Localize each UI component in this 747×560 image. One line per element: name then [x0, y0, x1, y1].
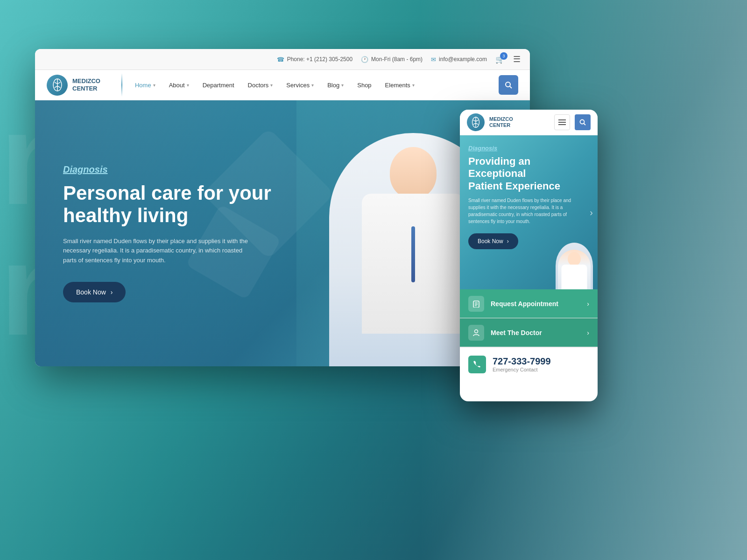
mobile-hamburger-button[interactable]: [554, 114, 570, 130]
logo-line2: CENTER: [72, 85, 100, 92]
email-label: info@example.com: [439, 56, 487, 63]
mobile-hero-nav-arrow[interactable]: ›: [590, 207, 593, 218]
mobile-hero-subtitle: Diagnosis: [468, 145, 589, 152]
nav-shop[interactable]: Shop: [352, 78, 377, 92]
mobile-doctor-avatar: [556, 243, 593, 289]
mobile-doctor-icon: [468, 325, 484, 341]
hero-subtitle: Diagnosis: [63, 164, 271, 175]
mobile-book-btn-label: Book Now: [478, 238, 503, 245]
logo-text: MEDIZCO CENTER: [72, 77, 100, 92]
mobile-logo-line2: CENTER: [489, 122, 513, 128]
mobile-request-label: Request Appointment: [491, 300, 580, 308]
desktop-window: ☎ Phone: +1 (212) 305-2500 🕐 Mon-Fri (8a…: [35, 49, 530, 366]
hero-title: Personal care for your healthy living: [63, 182, 271, 227]
logo-icon: [47, 75, 68, 96]
mobile-hero-title: Providing an Exceptional Patient Experie…: [468, 155, 589, 192]
mobile-hero-description: Small river named Duden flows by their p…: [468, 197, 589, 225]
search-button[interactable]: [499, 75, 518, 95]
svg-line-3: [510, 86, 512, 88]
emergency-phone-icon: [468, 356, 486, 373]
svg-point-15: [475, 329, 478, 333]
mobile-window: MEDIZCO CENTER Diagnosis Providing an Ex…: [460, 110, 598, 401]
email-icon: ✉: [431, 56, 436, 63]
hamburger-icon[interactable]: ☰: [513, 54, 521, 64]
emergency-label: Emergency Contact: [493, 367, 551, 372]
phone-icon: ☎: [277, 56, 284, 63]
nav-doctors-arrow: ▾: [270, 83, 273, 88]
nav-elements-arrow: ▾: [412, 83, 415, 88]
clock-icon: 🕐: [361, 56, 368, 63]
mobile-doctor-arrow: ›: [587, 329, 589, 336]
emergency-number: 727-333-7999: [493, 356, 551, 367]
svg-line-10: [584, 124, 586, 126]
logo-line1: MEDIZCO: [72, 77, 100, 85]
mobile-action-request[interactable]: Request Appointment ›: [460, 289, 598, 318]
mobile-logo-icon: [467, 113, 485, 131]
hours-label: Mon-Fri (8am - 6pm): [371, 56, 423, 63]
mobile-logo-line1: MEDIZCO: [489, 116, 513, 122]
emergency-info: 727-333-7999 Emergency Contact: [493, 356, 551, 372]
mobile-emergency: 727-333-7999 Emergency Contact: [460, 347, 598, 381]
mobile-request-icon: [468, 296, 484, 312]
mobile-doctor-label: Meet The Doctor: [491, 329, 580, 336]
nav-about[interactable]: About ▾: [163, 78, 195, 92]
nav-blog[interactable]: Blog ▾: [322, 78, 349, 92]
hero-title-line2: healthy living: [63, 204, 188, 226]
nav-services-arrow: ▾: [311, 83, 314, 88]
nav-home[interactable]: Home ▾: [129, 78, 161, 92]
hero-content: Diagnosis Personal care for your healthy…: [35, 164, 299, 302]
hero-description: Small river named Duden flows by their p…: [63, 237, 250, 266]
hero-section: Diagnosis Personal care for your healthy…: [35, 100, 530, 366]
mobile-hero-title-line2: Patient Experience: [468, 180, 560, 192]
phone-label: Phone: +1 (212) 305-2500: [287, 56, 352, 63]
mobile-logo-text: MEDIZCO CENTER: [489, 116, 513, 128]
mobile-book-btn-arrow: ›: [507, 238, 509, 245]
book-btn-label: Book Now: [76, 288, 106, 296]
nav-bar: MEDIZCO CENTER Home ▾ About ▾ Department…: [35, 70, 530, 100]
cart-badge: 3: [500, 52, 507, 60]
mobile-request-arrow: ›: [587, 300, 589, 308]
hero-title-line1: Personal care for your: [63, 182, 271, 204]
nav-blog-arrow: ▾: [341, 83, 344, 88]
logo-divider: [121, 73, 122, 97]
nav-doctors[interactable]: Doctors ▾: [242, 78, 279, 92]
nav-about-arrow: ▾: [187, 83, 189, 88]
mobile-action-doctor[interactable]: Meet The Doctor ›: [460, 318, 598, 347]
mobile-hero: Diagnosis Providing an Exceptional Patie…: [460, 135, 598, 289]
mobile-hero-title-line1: Providing an Exceptional: [468, 155, 530, 179]
book-btn-arrow: ›: [111, 288, 113, 296]
hours-contact: 🕐 Mon-Fri (8am - 6pm): [361, 56, 423, 63]
nav-links: Home ▾ About ▾ Department Doctors ▾ Serv…: [129, 78, 499, 92]
svg-point-2: [506, 82, 510, 87]
mobile-book-now-button[interactable]: Book Now ›: [468, 233, 518, 249]
top-bar: ☎ Phone: +1 (212) 305-2500 🕐 Mon-Fri (8a…: [35, 49, 530, 70]
nav-home-arrow: ▾: [153, 83, 155, 88]
mobile-nav: MEDIZCO CENTER: [460, 110, 598, 135]
nav-department[interactable]: Department: [197, 78, 240, 92]
nav-services[interactable]: Services ▾: [281, 78, 319, 92]
book-now-button[interactable]: Book Now ›: [63, 282, 126, 302]
logo-wrap: MEDIZCO CENTER: [47, 75, 100, 96]
top-bar-contacts: ☎ Phone: +1 (212) 305-2500 🕐 Mon-Fri (8a…: [277, 54, 521, 64]
email-contact: ✉ info@example.com: [431, 56, 487, 63]
svg-point-9: [580, 120, 585, 124]
nav-elements[interactable]: Elements ▾: [380, 78, 420, 92]
mobile-search-button[interactable]: [575, 114, 591, 130]
cart-wrap[interactable]: 🛒 3: [495, 55, 505, 64]
phone-contact: ☎ Phone: +1 (212) 305-2500: [277, 56, 352, 63]
